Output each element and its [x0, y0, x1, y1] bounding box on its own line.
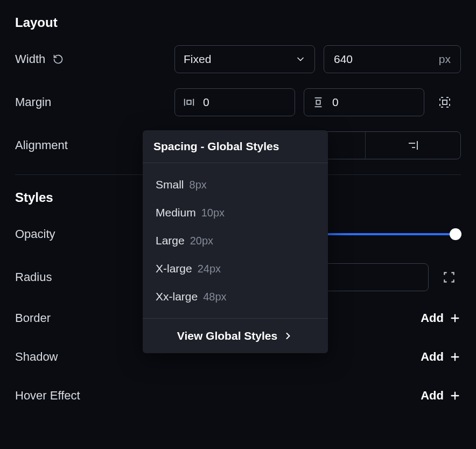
- hover-add-label: Add: [421, 389, 444, 403]
- border-label: Border: [15, 311, 51, 325]
- view-global-styles-button[interactable]: View Global Styles: [143, 318, 328, 353]
- chevron-right-icon: [283, 331, 293, 341]
- popover-list: Small 8px Medium 10px Large 20px X-large…: [143, 163, 328, 318]
- width-label-text: Width: [15, 52, 45, 66]
- spacing-option-xx-large[interactable]: Xx-large 48px: [143, 283, 328, 311]
- opacity-label-text: Opacity: [15, 227, 55, 241]
- margin-unlink-button[interactable]: [433, 90, 457, 114]
- popover-footer-label: View Global Styles: [177, 329, 277, 342]
- margin-row: Margin 0 0: [15, 88, 461, 116]
- border-add-button[interactable]: Add: [421, 311, 461, 325]
- spacing-option-small[interactable]: Small 8px: [143, 171, 328, 199]
- margin-horizontal-value: 0: [203, 96, 209, 109]
- plus-icon: [449, 351, 461, 363]
- shadow-label: Shadow: [15, 350, 58, 364]
- spacing-popover: Spacing - Global Styles Small 8px Medium…: [143, 130, 328, 353]
- margin-horizontal-input[interactable]: 0: [174, 88, 295, 116]
- width-mode-value: Fixed: [184, 53, 211, 66]
- border-add-label: Add: [421, 311, 444, 325]
- shadow-add-label: Add: [421, 350, 444, 364]
- spacing-option-x-large[interactable]: X-large 24px: [143, 255, 328, 283]
- margin-vertical-icon: [312, 96, 325, 109]
- shadow-add-button[interactable]: Add: [421, 350, 461, 364]
- radius-label-text: Radius: [15, 270, 52, 284]
- spacing-option-value: 24px: [198, 263, 221, 275]
- svg-rect-5: [316, 100, 320, 104]
- opacity-slider-thumb[interactable]: [450, 228, 461, 240]
- spacing-option-label: X-large: [156, 262, 192, 275]
- spacing-option-medium[interactable]: Medium 10px: [143, 199, 328, 227]
- spacing-option-value: 10px: [201, 207, 225, 219]
- width-mode-select[interactable]: Fixed: [174, 45, 315, 73]
- reset-icon[interactable]: [52, 53, 65, 66]
- width-unit: px: [439, 53, 451, 66]
- width-value-input[interactable]: 640 px: [324, 45, 461, 73]
- spacing-option-value: 8px: [190, 179, 207, 191]
- margin-vertical-input[interactable]: 0: [304, 88, 424, 116]
- radius-corners-button[interactable]: [437, 265, 461, 289]
- spacing-option-label: Medium: [156, 206, 196, 219]
- hover-effect-add-button[interactable]: Add: [421, 389, 461, 403]
- svg-rect-6: [443, 100, 447, 104]
- hover-effect-label: Hover Effect: [15, 389, 80, 403]
- alignment-label-text: Alignment: [15, 138, 68, 152]
- margin-horizontal-icon: [183, 96, 195, 109]
- width-value-text: 640: [334, 53, 353, 66]
- plus-icon: [449, 312, 461, 324]
- width-label: Width: [15, 52, 174, 66]
- svg-rect-2: [187, 100, 191, 104]
- spacing-option-label: Large: [156, 234, 185, 247]
- align-right-button[interactable]: [365, 132, 460, 159]
- spacing-option-label: Small: [156, 178, 184, 191]
- margin-vertical-value: 0: [332, 96, 339, 109]
- spacing-option-label: Xx-large: [156, 290, 198, 303]
- hover-effect-row: Hover Effect Add: [15, 384, 461, 408]
- layout-section-title: Layout: [15, 15, 461, 30]
- popover-title: Spacing - Global Styles: [143, 130, 328, 163]
- margin-label: Margin: [15, 95, 174, 109]
- spacing-option-value: 20px: [190, 235, 213, 247]
- margin-label-text: Margin: [15, 95, 51, 109]
- chevron-down-icon: [295, 54, 306, 65]
- plus-icon: [449, 390, 461, 402]
- width-row: Width Fixed 640 px: [15, 45, 461, 73]
- spacing-option-large[interactable]: Large 20px: [143, 227, 328, 255]
- spacing-option-value: 48px: [203, 291, 226, 303]
